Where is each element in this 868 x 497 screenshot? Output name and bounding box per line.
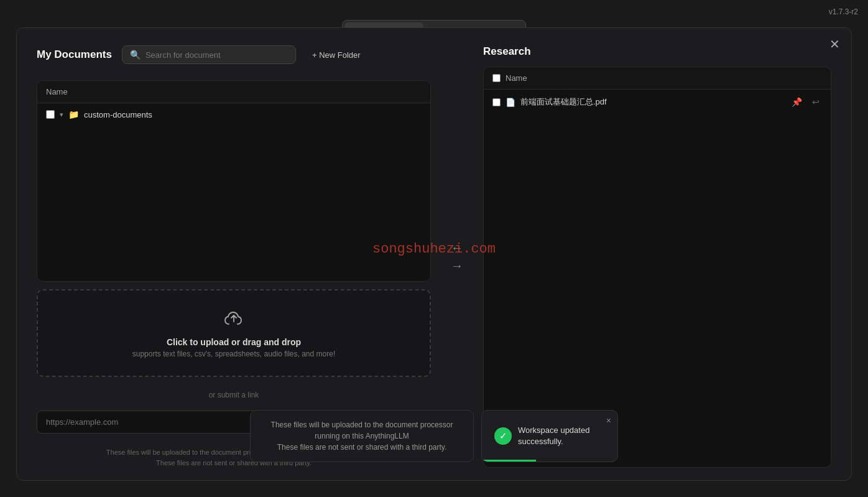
my-documents-title: My Documents bbox=[37, 49, 112, 61]
research-table-header: Name bbox=[484, 67, 831, 90]
modal-body: My Documents 🔍 + New Folder Name ▾ 📁 cus… bbox=[37, 45, 831, 468]
research-col-name: Name bbox=[506, 73, 527, 83]
table-row: 📄 前端面试基础题汇总.pdf 📌 ↩ bbox=[484, 90, 831, 114]
search-icon: 🔍 bbox=[130, 50, 141, 60]
toast-left: These files will be uploaded to the docu… bbox=[250, 410, 474, 462]
arrow-left-icon: ← bbox=[451, 241, 463, 255]
research-file-table: Name 📄 前端面试基础题汇总.pdf 📌 ↩ bbox=[483, 67, 831, 468]
search-input[interactable] bbox=[145, 50, 288, 60]
search-box: 🔍 bbox=[122, 45, 296, 64]
research-row-checkbox[interactable] bbox=[492, 98, 501, 106]
folder-icon: 📁 bbox=[68, 109, 79, 119]
close-button[interactable]: ✕ bbox=[829, 38, 840, 50]
transfer-arrows: ← → bbox=[446, 241, 468, 273]
pin-icon[interactable]: 📌 bbox=[789, 96, 805, 108]
documents-file-table: Name ▾ 📁 custom-documents bbox=[37, 80, 431, 282]
toast-right: ✓ Workspace updatedsuccessfully. × bbox=[481, 410, 618, 462]
upload-subtitle: supports text files, csv's, spreadsheets… bbox=[50, 350, 417, 358]
research-select-all-checkbox[interactable] bbox=[492, 74, 501, 82]
arrow-right-icon: → bbox=[451, 259, 463, 273]
documents-col-name: Name bbox=[46, 87, 68, 96]
toast-left-line2: These files are not sent or shared with … bbox=[277, 443, 447, 452]
submit-link-label: or submit a link bbox=[37, 391, 431, 399]
file-icon: 📄 bbox=[506, 98, 515, 107]
chevron-down-icon[interactable]: ▾ bbox=[60, 111, 63, 119]
right-panel: Research Name 📄 前端面试基础题汇总.pdf 📌 ↩ bbox=[483, 45, 831, 468]
documents-table-header: Name bbox=[37, 81, 430, 103]
toast-close-button[interactable]: × bbox=[606, 416, 611, 425]
research-title: Research bbox=[483, 45, 831, 58]
toast-left-line1: These files will be uploaded to the docu… bbox=[271, 420, 453, 440]
toast-container: These files will be uploaded to the docu… bbox=[250, 410, 618, 462]
upload-area[interactable]: Click to upload or drag and drop support… bbox=[37, 289, 431, 377]
table-row: ▾ 📁 custom-documents bbox=[37, 103, 430, 126]
left-panel-header: My Documents 🔍 + New Folder bbox=[37, 45, 431, 64]
version-tag: v1.7.3-r2 bbox=[829, 7, 858, 16]
new-folder-button[interactable]: + New Folder bbox=[306, 47, 367, 63]
folder-name: custom-documents bbox=[84, 110, 152, 119]
success-check-icon: ✓ bbox=[494, 427, 512, 445]
undo-icon[interactable]: ↩ bbox=[810, 96, 822, 108]
toast-success-text: Workspace updatedsuccessfully. bbox=[518, 425, 589, 447]
upload-cloud-icon bbox=[50, 308, 417, 332]
toast-progress-bar bbox=[482, 460, 536, 462]
left-panel: My Documents 🔍 + New Folder Name ▾ 📁 cus… bbox=[37, 45, 431, 468]
research-file-name: 前端面试基础题汇总.pdf bbox=[520, 96, 784, 108]
row-checkbox[interactable] bbox=[46, 110, 55, 119]
upload-title: Click to upload or drag and drop bbox=[50, 337, 417, 347]
